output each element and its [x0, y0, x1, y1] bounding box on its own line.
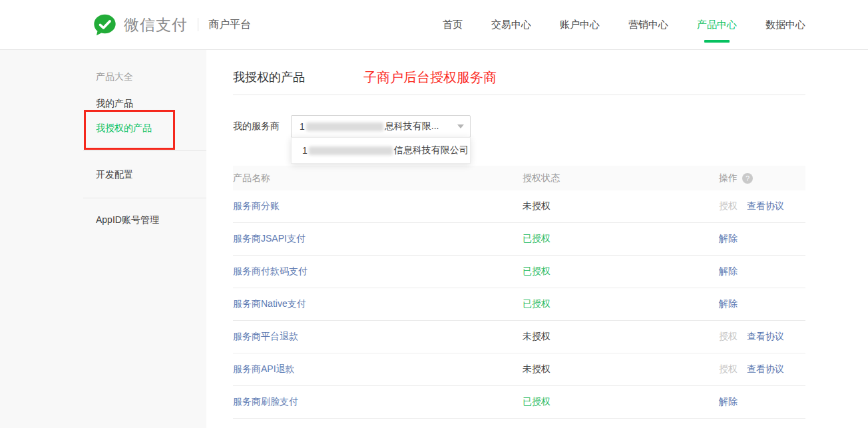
column-header-product-name: 产品名称: [233, 172, 523, 184]
action-revoke[interactable]: 解除: [719, 266, 738, 278]
nav-item-transaction-center[interactable]: 交易中心: [491, 19, 531, 31]
logo[interactable]: 微信支付 商户平台: [93, 13, 251, 37]
nav-item-data-center[interactable]: 数据中心: [765, 19, 805, 31]
nav-item-account-center[interactable]: 账户中心: [560, 19, 600, 31]
table-row: 服务商分账未授权授权查看协议: [233, 190, 805, 223]
product-name-link[interactable]: 服务商Native支付: [233, 298, 306, 309]
page-title: 我授权的产品: [233, 69, 305, 86]
table-row: 服务商付款码支付已授权解除: [233, 256, 805, 288]
status-badge: 已授权: [523, 298, 550, 309]
action-authorize[interactable]: 授权: [719, 200, 738, 212]
table-header: 产品名称 授权状态 操作 ?: [233, 166, 805, 190]
sidebar-item-my-authorized-products[interactable]: 我授权的产品: [96, 121, 206, 134]
products-table: 产品名称 授权状态 操作 ? 服务商分账未授权授权查看协议服务商JSAPI支付已…: [233, 166, 805, 419]
top-bar: 微信支付 商户平台 首页交易中心账户中心营销中心产品中心数据中心: [0, 0, 868, 50]
status-badge: 已授权: [523, 233, 550, 244]
provider-selected-suffix: 息科技有限...: [385, 120, 439, 132]
product-name-link[interactable]: 服务商API退款: [233, 363, 295, 374]
logo-text: 微信支付: [124, 15, 188, 35]
table-row: 服务商刷脸支付已授权解除: [233, 386, 805, 419]
product-name-link[interactable]: 服务商刷脸支付: [233, 396, 298, 407]
nav-item-marketing-center[interactable]: 营销中心: [628, 19, 668, 31]
provider-form-row: 我的服务商 1 息科技有限... 1 信息科技有限公司: [233, 115, 805, 138]
table-row: 服务商平台退款未授权授权查看协议: [233, 321, 805, 353]
nav-item-home[interactable]: 首页: [443, 19, 463, 31]
annotation-text: 子商户后台授权服务商: [363, 69, 497, 86]
action-view-agreement[interactable]: 查看协议: [747, 331, 784, 343]
action-view-agreement[interactable]: 查看协议: [747, 200, 784, 212]
wechat-pay-logo-icon: [93, 13, 116, 37]
table-row: 服务商Native支付已授权解除: [233, 288, 805, 321]
status-badge: 已授权: [523, 396, 550, 407]
status-badge: 未授权: [523, 363, 550, 374]
sidebar: 产品大全我的产品我授权的产品开发配置AppID账号管理: [0, 50, 206, 428]
provider-option-prefix: 1: [302, 145, 308, 156]
sidebar-divider: [83, 150, 206, 151]
action-view-agreement[interactable]: 查看协议: [747, 363, 784, 375]
page-body: 产品大全我的产品我授权的产品开发配置AppID账号管理 我授权的产品 子商户后台…: [0, 50, 868, 428]
logo-divider: [198, 18, 198, 31]
product-name-link[interactable]: 服务商JSAPI支付: [233, 233, 306, 244]
nav-item-product-center[interactable]: 产品中心: [697, 19, 737, 31]
product-name-link[interactable]: 服务商付款码支付: [233, 266, 308, 276]
product-name-link[interactable]: 服务商分账: [233, 200, 280, 211]
chevron-down-icon: [457, 124, 464, 128]
column-header-action: 操作: [719, 172, 738, 184]
products-table-body: 服务商分账未授权授权查看协议服务商JSAPI支付已授权解除服务商付款码支付已授权…: [233, 190, 805, 419]
product-name-link[interactable]: 服务商平台退款: [233, 331, 298, 341]
title-divider: [233, 95, 805, 95]
action-authorize[interactable]: 授权: [719, 363, 738, 375]
action-revoke[interactable]: 解除: [719, 298, 738, 310]
provider-label: 我的服务商: [233, 120, 291, 132]
action-authorize[interactable]: 授权: [719, 331, 738, 343]
provider-dropdown: 1 信息科技有限公司: [291, 137, 471, 164]
provider-selected-prefix: 1: [300, 121, 305, 132]
provider-option-suffix: 信息科技有限公司: [394, 144, 469, 156]
sidebar-item-my-products[interactable]: 我的产品: [96, 97, 206, 110]
action-revoke[interactable]: 解除: [719, 233, 738, 245]
status-badge: 已授权: [523, 266, 550, 276]
top-nav: 首页交易中心账户中心营销中心产品中心数据中心: [443, 0, 805, 50]
redacted-text: [309, 146, 393, 155]
sidebar-divider: [83, 198, 206, 198]
table-row: 服务商JSAPI支付已授权解除: [233, 223, 805, 256]
sidebar-item-dev-config[interactable]: 开发配置: [96, 168, 206, 181]
status-badge: 未授权: [523, 200, 550, 211]
main-content: 我授权的产品 子商户后台授权服务商 我的服务商 1 息科技有限... 1: [206, 50, 868, 428]
provider-option[interactable]: 1 信息科技有限公司: [292, 138, 470, 163]
sidebar-item-product-catalog: 产品大全: [96, 70, 206, 83]
redacted-text: [306, 122, 383, 131]
sidebar-item-appid-account-management[interactable]: AppID账号管理: [96, 213, 206, 226]
portal-label: 商户平台: [208, 18, 251, 32]
table-row: 服务商API退款未授权授权查看协议: [233, 353, 805, 386]
status-badge: 未授权: [523, 331, 550, 341]
column-header-auth-status: 授权状态: [523, 172, 719, 184]
provider-select[interactable]: 1 息科技有限...: [291, 115, 471, 138]
help-icon[interactable]: ?: [742, 173, 753, 184]
sidebar-menu: 产品大全我的产品我授权的产品开发配置AppID账号管理: [0, 50, 206, 226]
action-revoke[interactable]: 解除: [719, 396, 738, 408]
